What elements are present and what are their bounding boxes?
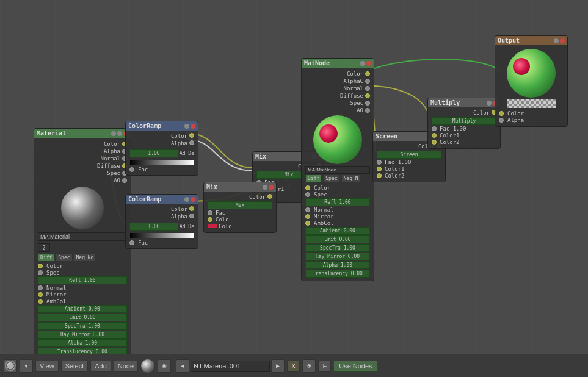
matnode-normal-in[interactable]: [305, 207, 310, 212]
node-menu-btn[interactable]: Node: [114, 361, 138, 372]
normal-socket[interactable]: [38, 285, 43, 290]
matnode-spec-in[interactable]: [305, 192, 310, 197]
cr2-color-out[interactable]: [189, 206, 194, 211]
matnode-header[interactable]: MatNode: [302, 59, 374, 68]
matnode-ao-out[interactable]: [365, 108, 370, 113]
cr1-slider-val[interactable]: 1.00: [129, 149, 178, 157]
screen-color1-in[interactable]: [377, 167, 382, 171]
tab-spec[interactable]: Spec: [56, 254, 72, 262]
alpha-slider[interactable]: Alpha 1.00: [38, 339, 127, 347]
blender-icon-btn[interactable]: 🔘: [4, 359, 17, 373]
add-menu-btn[interactable]: Add: [90, 361, 111, 372]
mix2-fac-in[interactable]: [208, 210, 212, 215]
multiply-fac-in[interactable]: [432, 126, 437, 131]
matnode-diffuse-out[interactable]: [365, 93, 370, 98]
output-header[interactable]: Output: [495, 36, 567, 45]
nt-next-btn[interactable]: ▶: [271, 359, 285, 373]
tab-neg[interactable]: Neg N: [341, 174, 361, 182]
screen-color2-in[interactable]: [377, 173, 382, 178]
spectra-slider[interactable]: SpecTra 1.00: [38, 322, 127, 330]
node-type-icon[interactable]: [140, 359, 155, 373]
cr2-ramp[interactable]: [129, 232, 194, 239]
render-mode-icon[interactable]: ◉: [158, 359, 171, 373]
matnode-spectra[interactable]: SpecTra 1.00: [305, 244, 370, 252]
mix2-header[interactable]: Mix: [204, 182, 276, 192]
multiply-color2-in[interactable]: [432, 140, 437, 145]
node-dot-1[interactable]: [487, 101, 492, 106]
nt-x-btn[interactable]: X: [287, 361, 300, 372]
matnode-alpha[interactable]: Alpha 1.00: [305, 261, 370, 269]
link-icon-btn[interactable]: ⊕: [302, 359, 316, 373]
ambcol-socket[interactable]: [38, 299, 43, 304]
screen-fac-in[interactable]: [377, 160, 382, 165]
matnode-refl[interactable]: Refl 1.00: [305, 198, 370, 206]
matnode-mirror-in[interactable]: [305, 214, 310, 219]
node-dot-1[interactable]: [263, 185, 267, 190]
material-name-field[interactable]: [38, 232, 127, 241]
refl-slider[interactable]: Refl 1.00: [38, 276, 127, 284]
node-dot-1[interactable]: [111, 131, 116, 136]
tab-diff[interactable]: Diff: [305, 174, 322, 182]
matnode-ambcol-in[interactable]: [305, 221, 310, 226]
multiply-mode[interactable]: Multiply: [432, 117, 496, 125]
material-node: Material Color Alpha Normal Diffuse Spec…: [34, 128, 131, 359]
multiply-header[interactable]: Multiply: [428, 98, 500, 107]
mix2-mode[interactable]: Mix: [208, 201, 272, 209]
matnode-raymirror[interactable]: Ray Mirror 0.00: [305, 253, 370, 260]
prop-mirror: Mirror: [38, 292, 127, 298]
cr2-fac-in[interactable]: [129, 240, 134, 245]
tab-neg[interactable]: Neg No: [74, 254, 96, 262]
node-dot-1[interactable]: [554, 38, 559, 43]
cr1-ramp[interactable]: [129, 159, 194, 165]
matnode-spec-out[interactable]: [365, 101, 370, 106]
node-dot-1[interactable]: [184, 124, 189, 129]
colorramp1-header[interactable]: ColorRamp: [126, 121, 198, 131]
matnode-ambient[interactable]: Ambient 0.00: [305, 227, 370, 235]
nt-field[interactable]: [191, 361, 270, 372]
matnode-color-in[interactable]: [305, 185, 310, 190]
node-close[interactable]: [191, 124, 195, 129]
node-close[interactable]: [560, 38, 565, 43]
output-alpha-in[interactable]: [499, 118, 504, 123]
f-btn[interactable]: F: [318, 361, 331, 372]
select-menu-btn[interactable]: Select: [61, 361, 89, 372]
matnode-emit[interactable]: Emit 0.00: [305, 235, 370, 243]
menu-toggle-btn[interactable]: ▼: [20, 359, 33, 373]
cr1-alpha-out[interactable]: [189, 140, 194, 145]
color-socket[interactable]: [38, 264, 43, 268]
material-node-header[interactable]: Material: [34, 129, 131, 138]
matnode-normal-out[interactable]: [365, 86, 370, 91]
cr1-color-out[interactable]: [189, 133, 194, 138]
matnode-color-out[interactable]: [365, 71, 370, 76]
matnode-translucency[interactable]: Translucency 0.00: [305, 270, 370, 278]
output-color-in[interactable]: [499, 111, 504, 116]
mix2-colo-in[interactable]: [208, 217, 212, 222]
view-menu-btn[interactable]: View: [35, 361, 59, 372]
node-dot-1[interactable]: [184, 197, 189, 202]
use-nodes-btn[interactable]: Use Nodes: [333, 361, 377, 372]
screen-mode[interactable]: Screen: [377, 151, 441, 159]
matnode-name-field[interactable]: [305, 166, 370, 174]
tab-spec[interactable]: Spec: [323, 174, 339, 182]
tab-diff[interactable]: Diff: [38, 254, 54, 262]
raymirror-slider[interactable]: Ray Mirror 0.00: [38, 331, 127, 339]
node-canvas[interactable]: Material Color Alpha Normal Diffuse Spec…: [0, 0, 588, 354]
mix2-color-out[interactable]: [267, 194, 272, 199]
node-close[interactable]: [191, 197, 195, 202]
emit-slider[interactable]: Emit 0.00: [38, 314, 127, 321]
matnode-alpha-out[interactable]: [365, 79, 370, 84]
material-ao-out[interactable]: [122, 178, 127, 183]
cr2-slider-val[interactable]: 1.00: [129, 223, 178, 231]
node-dot-1[interactable]: [360, 61, 365, 66]
colorramp2-header[interactable]: ColorRamp: [126, 195, 198, 204]
cr2-alpha-out[interactable]: [189, 214, 194, 218]
node-dot-2[interactable]: [117, 131, 122, 136]
cr1-fac-in[interactable]: [129, 167, 134, 172]
ambient-slider[interactable]: Ambient 0.00: [38, 305, 127, 313]
node-close[interactable]: [269, 185, 274, 190]
mirror-socket[interactable]: [38, 292, 43, 297]
spec-socket[interactable]: [38, 270, 43, 275]
node-close[interactable]: [366, 61, 371, 66]
nt-prev-btn[interactable]: ◀: [176, 359, 189, 373]
multiply-color1-in[interactable]: [432, 133, 437, 138]
